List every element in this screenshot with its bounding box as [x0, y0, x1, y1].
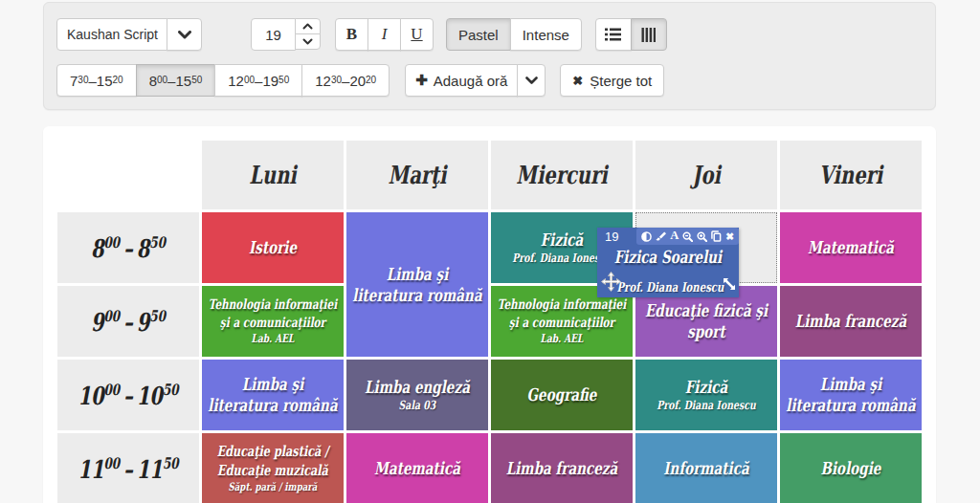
timetable-panel: Luni Marţi Miercuri Joi Vineri 800 – 850… [43, 126, 936, 503]
add-hour-caret-button[interactable] [517, 64, 546, 97]
lesson-title: Limba engleză [346, 377, 488, 398]
time-slot-8: 800 – 850 [57, 212, 199, 283]
corner-cell [57, 141, 199, 209]
lesson-vineri-romana[interactable]: Limba şi literatura română [780, 360, 922, 430]
font-size-decrease-button[interactable] [295, 33, 321, 50]
lesson-title: Tehnologia informaţiei şi a comunicaţiil… [491, 295, 633, 332]
toolbar-row-2: 730–1520 800–1550 1200–1950 1230–2020 ✚A… [56, 64, 664, 97]
add-hour-button[interactable]: ✚Adaugă oră [405, 64, 518, 97]
lesson-miercuri-geografie[interactable]: Geografie [491, 360, 633, 430]
floating-lesson-widget[interactable]: 19 A ✖ Fizica Soarelui Prof. Diana Iones… [597, 228, 739, 297]
italic-button[interactable]: I [368, 18, 401, 51]
lesson-miercuri-franceza[interactable]: Limba franceză [491, 433, 633, 503]
plus-icon: ✚ [415, 72, 428, 89]
layout-toggle-group [595, 18, 667, 51]
text-style-group: B I U [335, 18, 434, 51]
widget-title: Fizica Soarelui [601, 247, 736, 267]
lesson-marti-matematica[interactable]: Matematică [346, 433, 488, 503]
lesson-luni-romana[interactable]: Limba şi literatura română [202, 360, 344, 430]
move-icon-shape [601, 272, 621, 292]
lesson-vineri-biologie[interactable]: Biologie [780, 433, 922, 503]
row-10: 1000 – 1050 Limba şi literatura română L… [57, 360, 922, 430]
font-size-input[interactable]: 19 [251, 18, 296, 51]
lesson-marti-engleza[interactable]: Limba englezăSala 03 [346, 360, 488, 430]
intense-button[interactable]: Intense [510, 18, 582, 51]
font-icon[interactable]: A [670, 229, 679, 243]
lesson-luni-tic[interactable]: Tehnologia informaţiei şi a comunicaţiil… [202, 286, 344, 357]
lesson-title: Fizică [635, 377, 777, 398]
font-family-select[interactable]: Kaushan Script [56, 18, 202, 51]
day-header-joi: Joi [635, 141, 777, 209]
widget-toolbar: A ✖ [636, 228, 739, 245]
bold-button[interactable]: B [335, 18, 368, 51]
paintbrush-icon[interactable] [656, 231, 666, 242]
zoom-out-icon-shape [682, 231, 693, 242]
rows-layout-button[interactable] [595, 18, 632, 51]
x-icon: ✖ [572, 74, 583, 88]
day-header-miercuri: Miercuri [491, 141, 633, 209]
font-size-increase-button[interactable] [295, 18, 321, 34]
move-icon[interactable] [601, 272, 621, 295]
font-family-value[interactable]: Kaushan Script [56, 18, 167, 51]
header-row: Luni Marţi Miercuri Joi Vineri [57, 141, 922, 209]
time-slot-10: 1000 – 1050 [57, 360, 199, 430]
lesson-title: Limba franceză [780, 311, 922, 332]
underline-button[interactable]: U [400, 18, 434, 51]
lesson-vineri-matematica[interactable]: Matematică [780, 212, 922, 283]
zoom-in-icon[interactable] [697, 231, 707, 242]
copy-icon[interactable] [711, 230, 722, 242]
font-family-caret-button[interactable] [167, 18, 202, 51]
add-hour-label: Adaugă oră [434, 73, 508, 89]
contrast-icon[interactable] [641, 231, 652, 242]
lesson-joi-fizica[interactable]: FizicăProf. Diana Ionescu [635, 360, 777, 430]
font-size-spinner [295, 18, 321, 51]
clear-all-button[interactable]: ✖Șterge tot [560, 64, 664, 97]
lesson-subtitle: Prof. Diana Ionescu [635, 398, 777, 413]
day-header-label: Marţi [365, 161, 471, 189]
lesson-luni-istorie[interactable]: Istorie [202, 212, 344, 283]
time-slot-label: 1100 – 1150 [76, 454, 182, 484]
day-header-label: Miercuri [509, 161, 615, 189]
time-range-1200-1950[interactable]: 1200–1950 [214, 64, 302, 97]
lesson-title: Limba şi literatura română [780, 374, 922, 416]
lesson-title: Matematică [346, 458, 488, 479]
chevron-down-icon [302, 38, 313, 45]
time-range-730-1520[interactable]: 730–1520 [56, 64, 137, 97]
lesson-title: Educaţie plastică / Educaţie muzicală [202, 443, 344, 480]
day-header-luni: Luni [202, 141, 344, 209]
resize-icon[interactable] [723, 277, 736, 295]
row-11: 1100 – 1150 Educaţie plastică / Educaţie… [57, 433, 922, 503]
lesson-luni-plastica[interactable]: Educaţie plastică / Educaţie muzicalăSăp… [202, 433, 344, 503]
lesson-vineri-franceza[interactable]: Limba franceză [780, 286, 922, 357]
lesson-title: Limba şi literatura română [202, 374, 344, 416]
time-slot-label: 800 – 850 [76, 233, 182, 263]
lesson-title: Istorie [202, 237, 344, 258]
columns-layout-button[interactable] [631, 18, 667, 51]
day-header-label: Vineri [798, 161, 904, 189]
add-hour-split-button: ✚Adaugă oră [405, 64, 546, 97]
close-icon[interactable]: ✖ [725, 230, 734, 242]
lesson-subtitle: Sala 03 [346, 398, 488, 413]
day-header-vineri: Vineri [780, 141, 922, 209]
widget-font-size-label: 19 [605, 230, 618, 244]
chevron-up-icon [302, 23, 313, 30]
row-8: 800 – 850 Istorie Limba şi literatura ro… [57, 212, 922, 283]
toolbar-row-1: Kaushan Script 19 B I U Pastel Inten [56, 18, 667, 51]
time-range-1230-2020[interactable]: 1230–2020 [301, 64, 390, 97]
clear-all-label: Șterge tot [590, 73, 652, 89]
lesson-marti-romana[interactable]: Limba şi literatura română [346, 212, 488, 357]
lesson-joi-informatica[interactable]: Informatică [635, 433, 777, 503]
resize-icon-shape [723, 277, 736, 291]
paintbrush-icon-shape [656, 231, 666, 242]
lesson-title: Matematică [780, 237, 922, 258]
zoom-out-icon[interactable] [682, 231, 693, 242]
time-range-800-1550[interactable]: 800–1550 [136, 64, 216, 97]
list-rows-icon [605, 28, 621, 41]
chevron-down-icon [178, 31, 191, 39]
contrast-icon-shape [641, 231, 652, 242]
pastel-button[interactable]: Pastel [446, 18, 511, 51]
copy-icon-shape [711, 230, 722, 242]
zoom-in-icon-shape [697, 231, 707, 242]
palette-toggle-group: Pastel Intense [446, 18, 582, 51]
day-header-label: Joi [654, 161, 760, 189]
